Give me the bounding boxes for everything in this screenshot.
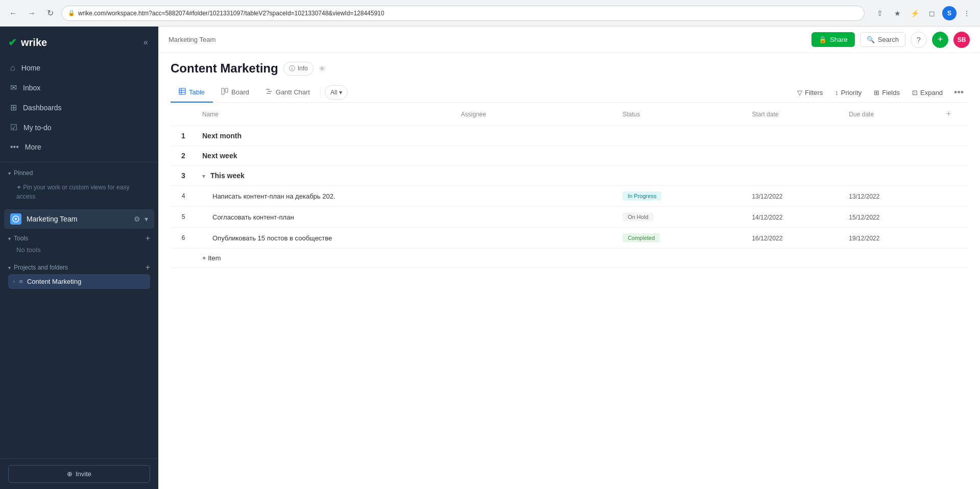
search-button[interactable]: 🔍 Search xyxy=(860,32,905,47)
task-name-6[interactable]: Опубликовать 15 постов в сообществе xyxy=(196,228,455,249)
pin-hint-icon: ✦ xyxy=(16,184,23,191)
sidebar-item-my-todo[interactable]: ☑ My to-do xyxy=(0,117,158,137)
col-assignee-header: Assignee xyxy=(455,103,617,126)
info-button[interactable]: ⓘ Info xyxy=(283,62,314,76)
row-extra-3 xyxy=(940,166,968,186)
share-button[interactable]: 🔒 Share xyxy=(811,32,855,47)
logo-check-icon: ✔ xyxy=(8,36,17,48)
topbar-right: 🔒 Share 🔍 Search ? + SB xyxy=(811,32,970,48)
browser-profile[interactable]: S xyxy=(942,6,957,20)
tab-gantt-label: Gantt Chart xyxy=(276,88,310,96)
status-badge[interactable]: On Hold xyxy=(623,212,653,222)
tab-gantt[interactable]: Gantt Chart xyxy=(257,83,318,103)
add-item-cell[interactable]: + Item xyxy=(196,249,455,268)
window-button[interactable]: ◻ xyxy=(925,6,939,20)
help-button[interactable]: ? xyxy=(911,32,927,48)
tab-board[interactable]: Board xyxy=(213,83,257,103)
address-bar[interactable]: 🔒 wrike.com/workspace.htm?acc=5882074#fo… xyxy=(61,6,865,21)
row-due-3 xyxy=(843,166,940,186)
projects-chevron-icon: ▾ xyxy=(8,265,11,271)
projects-header-left[interactable]: ▾ Projects and folders xyxy=(8,264,68,271)
status-badge[interactable]: Completed xyxy=(623,233,660,242)
status-badge[interactable]: In Progress xyxy=(623,191,661,201)
col-status-header: Status xyxy=(616,103,746,126)
search-icon: 🔍 xyxy=(867,36,875,43)
tab-table-label: Table xyxy=(189,88,205,96)
share-lock-icon: 🔒 xyxy=(819,36,827,43)
sidebar-collapse-button[interactable]: « xyxy=(141,36,150,49)
due-date-text: 19/12/2022 xyxy=(849,235,879,242)
menu-button[interactable]: ⋮ xyxy=(960,6,974,20)
task-name-5[interactable]: Согласовать контент-план xyxy=(196,207,455,228)
board-tab-icon xyxy=(221,88,228,96)
expand-button[interactable]: ⊡ Expand xyxy=(907,85,948,100)
invite-button[interactable]: ⊕ Invite xyxy=(8,465,150,483)
pinned-section-header[interactable]: ▾ Pinned xyxy=(0,165,158,180)
pin-hint: ✦ Pin your work or custom views for easy… xyxy=(0,180,158,207)
sidebar-item-more[interactable]: ••• More xyxy=(0,137,158,157)
group-name-text: Next week xyxy=(202,152,237,160)
global-add-button[interactable]: + xyxy=(932,32,948,48)
back-button[interactable]: ← xyxy=(6,6,20,20)
forward-button[interactable]: → xyxy=(25,6,39,20)
user-avatar[interactable]: SB xyxy=(953,32,970,48)
row-num-4: 4 xyxy=(171,186,196,207)
group-name-this-week[interactable]: ▾ This week xyxy=(196,166,455,186)
row-num-6: 6 xyxy=(171,228,196,249)
sidebar-item-home[interactable]: ⌂ Home xyxy=(0,58,158,78)
workspace-chevron-button[interactable]: ▾ xyxy=(145,215,148,223)
tasks-table: Name Assignee Status Start date Due date… xyxy=(171,103,968,268)
search-label: Search xyxy=(878,36,899,43)
add-column-button[interactable]: + xyxy=(946,109,951,119)
tools-label: Tools xyxy=(14,235,28,242)
toolbar-actions: ▽ Filters ↕ Priority ⊞ Fields ⊡ Expand xyxy=(792,85,968,100)
tools-add-button[interactable]: + xyxy=(146,234,150,243)
tab-table[interactable]: Table xyxy=(171,83,213,103)
sidebar-item-dashboards[interactable]: ⊞ Dashboards xyxy=(0,97,158,117)
extensions-button[interactable]: ⚡ xyxy=(907,6,922,20)
svg-rect-7 xyxy=(225,88,228,92)
topbar: Marketing Team 🔒 Share 🔍 Search ? + SB xyxy=(158,27,980,53)
tools-empty-text: No tools xyxy=(8,245,150,257)
todo-icon: ☑ xyxy=(10,123,17,132)
all-filter-chevron-icon: ▾ xyxy=(339,89,342,96)
filters-label: Filters xyxy=(805,89,823,96)
workspace-item-right: ⚙ ▾ xyxy=(134,215,148,223)
group-name-next-month[interactable]: Next month xyxy=(196,126,455,146)
bookmark-button[interactable]: ★ xyxy=(890,6,904,20)
main-content: Marketing Team 🔒 Share 🔍 Search ? + SB xyxy=(158,27,980,489)
task-name-4[interactable]: Написать контент-план на декабрь 202. xyxy=(196,186,455,207)
col-add-header: + xyxy=(940,103,968,126)
group-name-next-week[interactable]: Next week xyxy=(196,146,455,166)
project-item-content-marketing[interactable]: › ≡ Content Marketing xyxy=(8,274,150,289)
share-page-button[interactable]: ⇧ xyxy=(873,6,887,20)
sidebar-footer: ⊕ Invite xyxy=(0,458,158,489)
start-date-text: 13/12/2022 xyxy=(752,193,782,200)
dashboards-icon: ⊞ xyxy=(10,103,17,112)
filters-button[interactable]: ▽ Filters xyxy=(792,85,828,100)
row-extra-2 xyxy=(940,146,968,166)
priority-button[interactable]: ↕ Priority xyxy=(830,85,867,100)
sidebar-item-inbox[interactable]: ✉ Inbox xyxy=(0,78,158,97)
fields-button[interactable]: ⊞ Fields xyxy=(869,85,905,100)
gantt-tab-icon xyxy=(266,88,273,96)
sidebar-item-more-label: More xyxy=(25,143,41,151)
pin-button[interactable]: ✳ xyxy=(319,64,325,74)
reload-button[interactable]: ↻ xyxy=(43,6,57,20)
group-toggle-icon[interactable]: ▾ xyxy=(202,173,205,179)
row-start-4: 13/12/2022 xyxy=(746,186,843,207)
all-filter-label: All xyxy=(330,89,337,96)
invite-label: Invite xyxy=(76,470,91,478)
add-item-row[interactable]: + Item xyxy=(171,249,968,268)
tools-header-left[interactable]: ▾ Tools xyxy=(8,235,28,242)
workspace-item[interactable]: Marketing Team ⚙ ▾ xyxy=(4,209,154,229)
sidebar-item-inbox-label: Inbox xyxy=(23,84,40,92)
col-startdate-header: Start date xyxy=(746,103,843,126)
pinned-section: ▾ Pinned ✦ Pin your work or custom views… xyxy=(0,165,158,207)
all-filter-dropdown[interactable]: All ▾ xyxy=(325,85,348,100)
browser-chrome: ← → ↻ 🔒 wrike.com/workspace.htm?acc=5882… xyxy=(0,0,980,27)
projects-add-button[interactable]: + xyxy=(146,263,150,272)
toolbar-more-button[interactable]: ••• xyxy=(950,85,968,100)
add-item-num xyxy=(171,249,196,268)
workspace-gear-button[interactable]: ⚙ xyxy=(134,215,140,223)
